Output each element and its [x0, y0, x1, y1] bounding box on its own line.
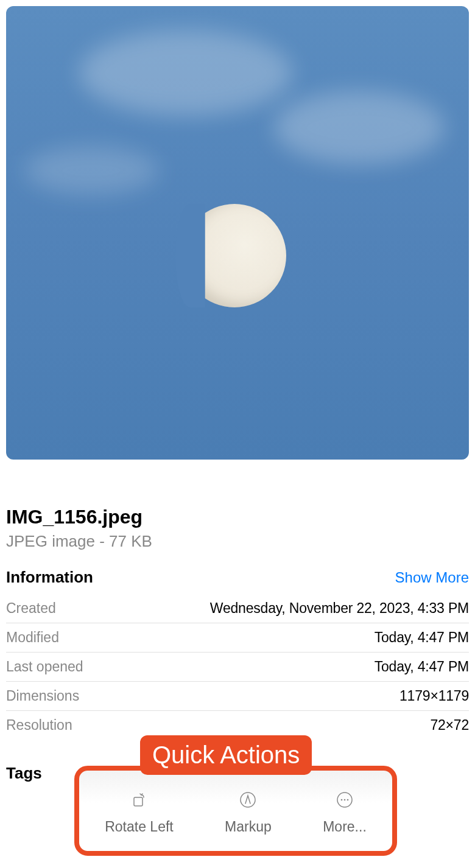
markup-icon	[239, 791, 257, 809]
info-value: Today, 4:47 PM	[375, 629, 469, 646]
moon-shape	[183, 204, 286, 307]
rotate-left-button[interactable]: Rotate Left	[105, 791, 174, 835]
cloud-decoration	[79, 30, 292, 116]
svg-point-5	[347, 799, 349, 800]
more-icon	[336, 791, 354, 809]
more-button[interactable]: More...	[323, 791, 367, 835]
svg-rect-0	[134, 797, 142, 806]
info-label: Created	[6, 600, 56, 617]
info-row-dimensions: Dimensions 1179×1179	[6, 682, 469, 711]
info-row-modified: Modified Today, 4:47 PM	[6, 623, 469, 653]
action-label: Markup	[225, 819, 272, 835]
info-row-created: Created Wednesday, November 22, 2023, 4:…	[6, 594, 469, 623]
cloud-decoration	[274, 91, 445, 164]
info-value: 1179×1179	[399, 688, 469, 704]
file-name: IMG_1156.jpeg	[6, 506, 469, 528]
show-more-link[interactable]: Show More	[395, 569, 469, 586]
info-header: Information Show More	[6, 568, 469, 587]
svg-point-3	[341, 799, 343, 800]
action-label: Rotate Left	[105, 819, 174, 835]
action-label: More...	[323, 819, 367, 835]
info-value: Wednesday, November 22, 2023, 4:33 PM	[210, 600, 469, 617]
info-row-last-opened: Last opened Today, 4:47 PM	[6, 653, 469, 682]
markup-button[interactable]: Markup	[225, 791, 272, 835]
preview-container	[0, 0, 475, 466]
information-heading: Information	[6, 568, 93, 587]
quick-actions-badge: Quick Actions	[140, 735, 312, 775]
info-label: Resolution	[6, 717, 72, 733]
quick-actions-highlight-box: Quick Actions Rotate Left Markup	[74, 766, 397, 856]
info-label: Modified	[6, 629, 59, 646]
info-label: Dimensions	[6, 688, 79, 704]
svg-point-4	[344, 799, 346, 800]
info-label: Last opened	[6, 659, 83, 675]
image-preview[interactable]	[6, 6, 469, 460]
info-value: 72×72	[430, 717, 469, 733]
info-table: Created Wednesday, November 22, 2023, 4:…	[6, 594, 469, 740]
file-type-size: JPEG image - 77 KB	[6, 532, 469, 551]
info-value: Today, 4:47 PM	[375, 659, 469, 675]
rotate-left-icon	[130, 791, 148, 809]
cloud-decoration	[24, 146, 158, 195]
